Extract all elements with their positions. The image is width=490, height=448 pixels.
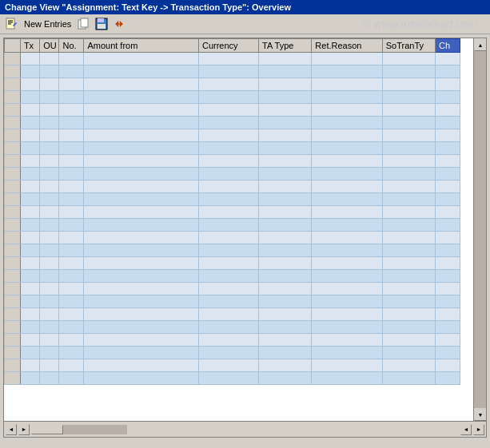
cell-currency[interactable] — [198, 142, 258, 155]
table-row[interactable] — [5, 270, 460, 283]
cell-currency[interactable] — [198, 65, 258, 78]
cell-currency[interactable] — [198, 359, 258, 372]
cell-no[interactable] — [59, 372, 84, 385]
cell-ou[interactable] — [40, 91, 59, 104]
col-header-ret-reason[interactable]: Ret.Reason — [312, 39, 382, 53]
cell-ta_type[interactable] — [259, 257, 312, 270]
cell-so_tran_ty[interactable] — [382, 219, 435, 232]
cell-amount_from[interactable] — [84, 206, 199, 219]
cell-so_tran_ty[interactable] — [382, 295, 435, 308]
cell-currency[interactable] — [198, 219, 258, 232]
table-row[interactable] — [5, 359, 460, 372]
table-row[interactable] — [5, 129, 460, 142]
cell-ou[interactable] — [40, 334, 59, 347]
cell-ou[interactable] — [40, 53, 59, 65]
cell-currency[interactable] — [198, 295, 258, 308]
cell-no[interactable] — [59, 359, 84, 372]
cell-ret_reason[interactable] — [312, 155, 382, 168]
table-row[interactable] — [5, 53, 460, 65]
col-header-tx[interactable]: Tx — [20, 39, 39, 53]
cell-tx[interactable] — [20, 244, 39, 257]
cell-ou[interactable] — [40, 104, 59, 117]
cell-currency[interactable] — [198, 372, 258, 385]
hscroll-thumb[interactable] — [31, 425, 63, 434]
cell-currency[interactable] — [198, 308, 258, 321]
cell-ch[interactable] — [435, 347, 460, 359]
cell-ou[interactable] — [40, 372, 59, 385]
cell-ta_type[interactable] — [259, 372, 312, 385]
cell-ou[interactable] — [40, 257, 59, 270]
cell-ret_reason[interactable] — [312, 180, 382, 193]
navigate-icon[interactable] — [113, 18, 125, 30]
scroll-down-button[interactable]: ▼ — [474, 408, 486, 421]
cell-ou[interactable] — [40, 321, 59, 334]
table-row[interactable] — [5, 257, 460, 270]
cell-ret_reason[interactable] — [312, 321, 382, 334]
cell-ret_reason[interactable] — [312, 104, 382, 117]
cell-amount_from[interactable] — [84, 78, 199, 91]
cell-so_tran_ty[interactable] — [382, 193, 435, 206]
cell-ret_reason[interactable] — [312, 308, 382, 321]
table-row[interactable] — [5, 334, 460, 347]
cell-ret_reason[interactable] — [312, 372, 382, 385]
cell-ch[interactable] — [435, 180, 460, 193]
cell-so_tran_ty[interactable] — [382, 65, 435, 78]
table-row[interactable] — [5, 244, 460, 257]
cell-no[interactable] — [59, 155, 84, 168]
cell-ret_reason[interactable] — [312, 206, 382, 219]
cell-ta_type[interactable] — [259, 193, 312, 206]
cell-ta_type[interactable] — [259, 129, 312, 142]
cell-ret_reason[interactable] — [312, 257, 382, 270]
cell-tx[interactable] — [20, 372, 39, 385]
table-row[interactable] — [5, 168, 460, 180]
cell-amount_from[interactable] — [84, 347, 199, 359]
cell-currency[interactable] — [198, 78, 258, 91]
cell-tx[interactable] — [20, 142, 39, 155]
cell-so_tran_ty[interactable] — [382, 129, 435, 142]
cell-ou[interactable] — [40, 206, 59, 219]
cell-ta_type[interactable] — [259, 347, 312, 359]
cell-ou[interactable] — [40, 65, 59, 78]
cell-currency[interactable] — [198, 129, 258, 142]
cell-ch[interactable] — [435, 104, 460, 117]
cell-so_tran_ty[interactable] — [382, 257, 435, 270]
cell-ret_reason[interactable] — [312, 295, 382, 308]
cell-so_tran_ty[interactable] — [382, 372, 435, 385]
cell-so_tran_ty[interactable] — [382, 283, 435, 295]
table-row[interactable] — [5, 117, 460, 129]
table-row[interactable] — [5, 321, 460, 334]
cell-so_tran_ty[interactable] — [382, 308, 435, 321]
table-row[interactable] — [5, 193, 460, 206]
hscroll-track[interactable] — [31, 425, 127, 434]
col-header-no[interactable]: No. — [59, 39, 84, 53]
cell-amount_from[interactable] — [84, 193, 199, 206]
cell-ch[interactable] — [435, 334, 460, 347]
cell-ou[interactable] — [40, 283, 59, 295]
cell-ret_reason[interactable] — [312, 168, 382, 180]
cell-ta_type[interactable] — [259, 104, 312, 117]
cell-amount_from[interactable] — [84, 270, 199, 283]
cell-no[interactable] — [59, 78, 84, 91]
cell-no[interactable] — [59, 347, 84, 359]
cell-currency[interactable] — [198, 104, 258, 117]
cell-amount_from[interactable] — [84, 321, 199, 334]
cell-no[interactable] — [59, 308, 84, 321]
cell-no[interactable] — [59, 193, 84, 206]
cell-tx[interactable] — [20, 334, 39, 347]
cell-amount_from[interactable] — [84, 129, 199, 142]
cell-ou[interactable] — [40, 359, 59, 372]
cell-ret_reason[interactable] — [312, 347, 382, 359]
cell-tx[interactable] — [20, 168, 39, 180]
cell-ou[interactable] — [40, 117, 59, 129]
new-entries-button[interactable]: New Entries — [22, 18, 73, 30]
cell-currency[interactable] — [198, 53, 258, 65]
save-icon[interactable] — [95, 18, 108, 30]
cell-ou[interactable] — [40, 308, 59, 321]
cell-ta_type[interactable] — [259, 270, 312, 283]
cell-no[interactable] — [59, 295, 84, 308]
cell-tx[interactable] — [20, 65, 39, 78]
cell-amount_from[interactable] — [84, 308, 199, 321]
cell-ch[interactable] — [435, 359, 460, 372]
cell-tx[interactable] — [20, 53, 39, 65]
cell-currency[interactable] — [198, 334, 258, 347]
